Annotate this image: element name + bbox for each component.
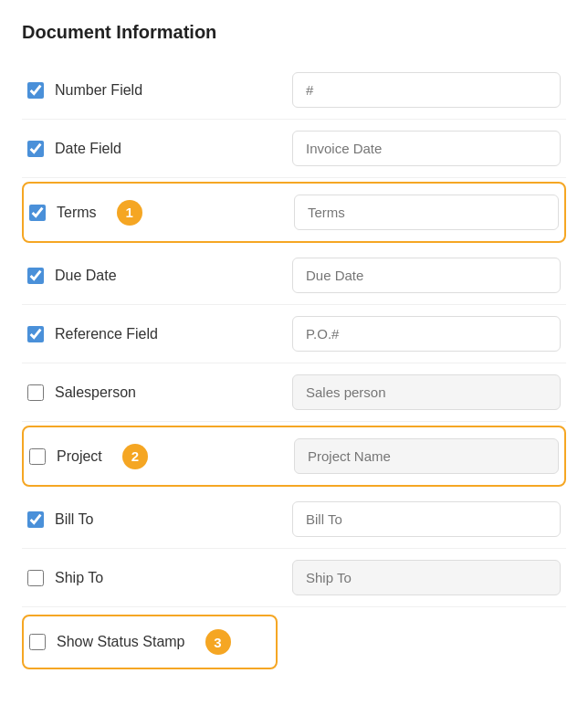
terms-checkbox[interactable] xyxy=(29,205,46,221)
number-field-label: Number Field xyxy=(55,82,142,99)
show-status-stamp-row: Show Status Stamp 3 xyxy=(22,615,278,669)
terms-input[interactable] xyxy=(294,195,559,230)
form-rows: Number FieldDate FieldTerms1Due DateRefe… xyxy=(22,61,566,607)
reference-field-input[interactable] xyxy=(292,316,561,352)
ship-to-label: Ship To xyxy=(55,570,103,586)
form-row-due-date: Due Date xyxy=(22,247,566,305)
terms-label: Terms xyxy=(57,205,97,221)
form-row-bill-to: Bill To xyxy=(22,490,566,549)
date-field-input[interactable] xyxy=(292,131,561,166)
reference-field-checkbox[interactable] xyxy=(27,326,44,342)
project-badge: 2 xyxy=(122,444,148,469)
due-date-checkbox[interactable] xyxy=(27,268,44,284)
project-input xyxy=(294,438,559,474)
salesperson-label: Salesperson xyxy=(55,384,136,401)
form-row-reference-field: Reference Field xyxy=(22,305,566,363)
project-label: Project xyxy=(57,448,102,465)
number-field-checkbox[interactable] xyxy=(27,82,44,99)
page-title: Document Information xyxy=(22,22,566,43)
form-row-date-field: Date Field xyxy=(22,120,566,178)
form-row-ship-to: Ship To xyxy=(22,549,566,607)
due-date-input[interactable] xyxy=(292,258,561,293)
form-row-terms: Terms1 xyxy=(22,182,566,243)
form-row-project: Project2 xyxy=(22,426,566,487)
number-field-input[interactable] xyxy=(292,72,561,108)
bill-to-checkbox[interactable] xyxy=(27,511,44,528)
date-field-checkbox[interactable] xyxy=(27,141,44,157)
show-status-stamp-label: Show Status Stamp xyxy=(57,634,185,650)
date-field-label: Date Field xyxy=(55,141,121,157)
terms-badge: 1 xyxy=(117,200,142,226)
show-status-stamp-checkbox[interactable] xyxy=(29,634,46,650)
reference-field-label: Reference Field xyxy=(55,326,158,342)
project-checkbox[interactable] xyxy=(29,448,46,465)
show-status-stamp-badge: 3 xyxy=(205,629,231,655)
due-date-label: Due Date xyxy=(55,268,117,284)
salesperson-checkbox[interactable] xyxy=(27,384,44,401)
bill-to-input[interactable] xyxy=(292,501,561,537)
ship-to-checkbox[interactable] xyxy=(27,570,44,586)
bill-to-label: Bill To xyxy=(55,511,93,528)
ship-to-input xyxy=(292,560,561,595)
salesperson-input xyxy=(292,374,561,410)
form-row-salesperson: Salesperson xyxy=(22,363,566,422)
form-row-number-field: Number Field xyxy=(22,61,566,120)
